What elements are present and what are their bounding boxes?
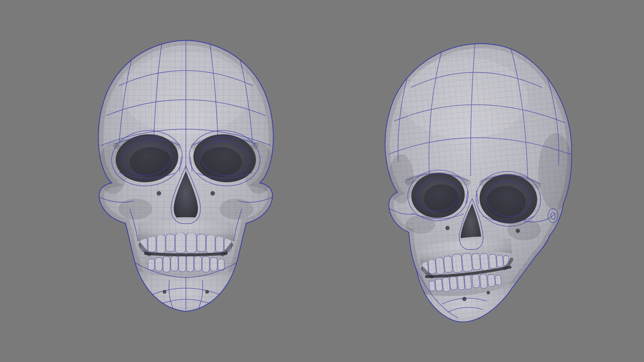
skull-three-quarter-view-render [359, 38, 577, 327]
skull-three-quarter-view-model [359, 38, 577, 327]
wireframe-overlay [385, 44, 572, 322]
viewport [0, 0, 644, 362]
skull-front-view-render [74, 33, 298, 325]
viewport-background: { "scene": { "left_model": { "label": "s… [0, 0, 644, 362]
skull-front-view-model [74, 33, 298, 325]
